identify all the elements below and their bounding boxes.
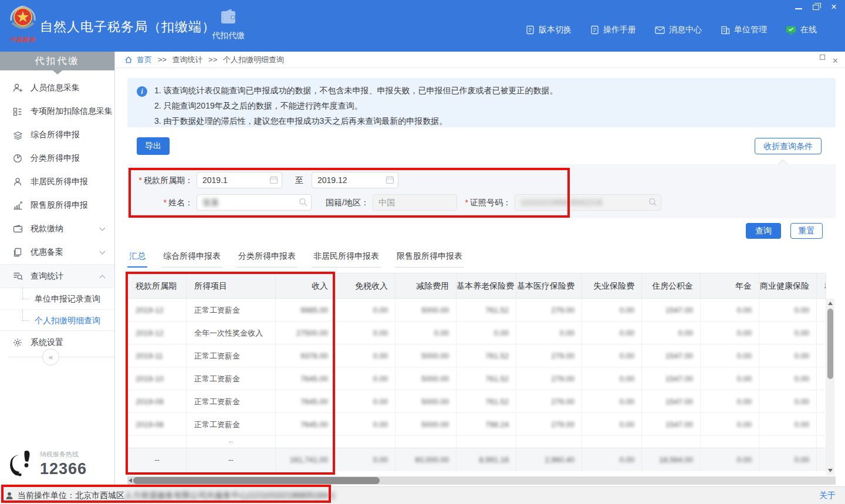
sidebar-item-9[interactable]: 查询统计 <box>0 264 114 287</box>
status-bar: 当前操作单位：北京市西城区人力资源服务有限公司共服务中心(12110102196… <box>0 486 845 504</box>
table-cell: 9985.00 <box>276 299 336 322</box>
scroll-down-arrow-icon[interactable] <box>828 469 833 472</box>
about-link[interactable]: 关于 <box>819 487 836 503</box>
search-icon[interactable] <box>648 198 657 207</box>
minimize-button[interactable] <box>795 5 802 9</box>
breadcrumb-home[interactable]: 首页 <box>137 55 152 64</box>
vertical-scrollbar-thumb[interactable] <box>827 309 833 379</box>
table-cell: 0.00 <box>759 367 817 390</box>
period-to-label: 至 <box>289 172 309 188</box>
panel-maximize-icon[interactable] <box>820 55 825 60</box>
search-icon[interactable] <box>299 198 307 207</box>
scroll-left-arrow-icon[interactable] <box>129 478 132 483</box>
fold-query-button[interactable]: 收折查询条件 <box>755 138 822 154</box>
search-list-icon <box>13 272 23 280</box>
content-area: 首页 >> 查询统计 >> 个人扣缴明细查询 × i 1. 该查询统计表仅能查询… <box>116 52 845 486</box>
table-cell <box>701 436 759 448</box>
sidebar-item-6[interactable]: 限售股所得申报 <box>0 194 114 217</box>
tab-1[interactable]: 汇总 <box>127 251 147 268</box>
tab-3[interactable]: 分类所得申报表 <box>236 251 298 268</box>
table-cell: 279.00 <box>516 390 582 413</box>
horizontal-scrollbar[interactable] <box>127 476 836 485</box>
user-add-icon <box>13 83 23 93</box>
tab-5[interactable]: 限售股所得申报表 <box>395 251 464 268</box>
table-cell: 0.00 <box>759 299 817 322</box>
sidebar-item-label: 非居民所得申报 <box>31 177 88 187</box>
sidebar-item-4[interactable]: 分类所得申报 <box>0 147 114 170</box>
table-cell: 0.00 <box>336 390 396 413</box>
nationality-input: 中国 <box>373 194 457 211</box>
doc-icon <box>526 25 535 35</box>
sidebar-item-1[interactable]: 人员信息采集 <box>0 76 114 100</box>
table-cell: 0.00 <box>336 413 396 436</box>
export-button[interactable]: 导出 <box>137 137 170 155</box>
layers-icon <box>13 131 23 140</box>
name-input[interactable]: 张某 <box>197 194 312 211</box>
breadcrumb-separator: >> <box>158 55 167 64</box>
panel-close-icon[interactable]: × <box>833 53 838 69</box>
table-cell: 0.00 <box>582 448 642 471</box>
horizontal-scrollbar-thumb[interactable] <box>133 477 380 484</box>
table-cell: 正常工资薪金 <box>187 344 276 367</box>
restore-button[interactable] <box>813 5 819 10</box>
wallet-icon <box>13 225 23 233</box>
header-menu-4[interactable]: 单位管理 <box>721 25 767 35</box>
table-cell <box>817 344 826 367</box>
table-cell: 18,564.00 <box>642 448 701 471</box>
online-monitor-icon <box>786 26 796 35</box>
table-cell: 279.00 <box>516 344 582 367</box>
chart-icon <box>13 201 23 210</box>
column-header: 税 <box>817 273 826 299</box>
header-menu-label: 版本切换 <box>539 25 572 35</box>
scroll-up-arrow-icon[interactable] <box>828 302 833 305</box>
result-tabs: 汇总综合所得申报表分类所得申报表非居民所得申报表限售股所得申报表 <box>127 251 464 268</box>
reset-button[interactable]: 重置 <box>790 223 823 239</box>
vertical-scrollbar[interactable] <box>826 299 834 475</box>
gear-icon <box>13 338 23 347</box>
sidebar-item-2[interactable]: 专项附加扣除信息采集 <box>0 100 114 123</box>
table-cell: 0.00 <box>642 322 701 344</box>
notice-box: i 1. 该查询统计表仅能查询已申报成功的数据，不包含未申报、申报失败，已申报但… <box>127 78 836 127</box>
column-header: 商业健康保险 <box>759 273 817 299</box>
table-cell: 2019-08 <box>128 413 187 436</box>
form-icon <box>13 107 23 116</box>
nav-tab-withholding[interactable]: 代扣代缴 <box>203 9 254 41</box>
id-number-input[interactable]: 110102199903042218 <box>515 194 661 211</box>
tab-2[interactable]: 综合所得申报表 <box>161 251 222 268</box>
period-from-input[interactable]: 2019.1 <box>197 172 282 188</box>
table-cell: 5000.00 <box>396 344 457 367</box>
sidebar-item-5[interactable]: 非居民所得申报 <box>0 170 114 194</box>
chevron-down-icon <box>100 225 106 231</box>
breadcrumb: 首页 >> 查询统计 >> 个人扣缴明细查询 × <box>116 52 845 68</box>
table-cell: 0.00 <box>701 299 759 322</box>
header-menu-3[interactable]: 消息中心 <box>655 25 702 35</box>
sidebar-item-10[interactable]: 系统设置 <box>0 331 114 354</box>
sidebar-item-7[interactable]: 税款缴纳 <box>0 217 114 241</box>
table-cell: 0.00 <box>701 448 759 471</box>
hotline-number: 12366 <box>40 460 87 478</box>
header-menu-2[interactable]: 操作手册 <box>590 25 636 35</box>
sidebar-collapse-button[interactable]: « <box>42 349 59 366</box>
table-row: 2019-10正常工资薪金7645.000.005000.00761.52279… <box>128 367 825 390</box>
table-cell <box>759 436 817 448</box>
period-to-input[interactable]: 2019.12 <box>312 172 398 188</box>
table-cell: 2019-11 <box>128 344 187 367</box>
table-cell: 5000.00 <box>396 367 457 390</box>
table-cell: 0.00 <box>701 390 759 413</box>
sidebar-item-3[interactable]: 综合所得申报 <box>0 123 114 147</box>
sidebar-item-label: 综合所得申报 <box>31 130 80 140</box>
table-cell <box>642 436 701 448</box>
sidebar-item-8[interactable]: 优惠备案 <box>0 241 114 264</box>
close-button[interactable]: × <box>830 2 838 12</box>
header-menu-1[interactable]: 版本切换 <box>526 25 572 35</box>
table-cell: 761.52 <box>457 367 516 390</box>
query-button[interactable]: 查询 <box>746 223 781 239</box>
header-menu-5[interactable]: 在线 <box>786 25 817 35</box>
sidebar-subitem-2[interactable]: 个人扣缴明细查询 <box>0 309 114 331</box>
sidebar-subitem-1[interactable]: 单位申报记录查询 <box>0 287 114 309</box>
sidebar-item-label: 人员信息采集 <box>31 83 80 93</box>
table-cell: 0.00 <box>582 344 642 367</box>
table-cell: 0.00 <box>582 413 642 436</box>
window-controls: × <box>795 2 838 12</box>
tab-4[interactable]: 非居民所得申报表 <box>312 251 381 268</box>
